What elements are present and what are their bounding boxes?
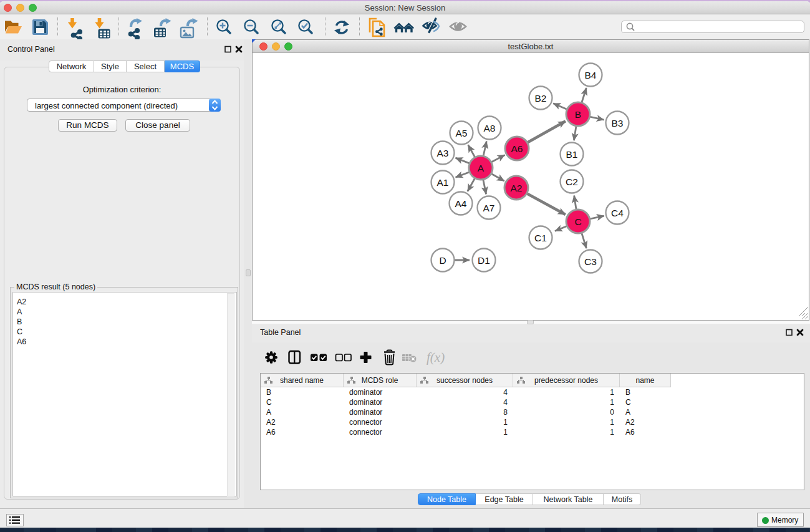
- svg-text:A7: A7: [483, 203, 495, 213]
- svg-text:C1: C1: [534, 233, 547, 243]
- svg-text:f(x): f(x): [427, 350, 445, 365]
- svg-text:A8: A8: [484, 123, 496, 133]
- svg-text:B3: B3: [612, 118, 624, 128]
- svg-text:B2: B2: [535, 93, 547, 104]
- svg-text:A2: A2: [511, 183, 523, 193]
- svg-text:C2: C2: [566, 177, 578, 187]
- svg-text:A5: A5: [456, 128, 468, 138]
- svg-text:A3: A3: [437, 148, 449, 158]
- svg-text:B: B: [575, 109, 581, 120]
- svg-text:C4: C4: [611, 208, 624, 218]
- svg-text:D1: D1: [478, 255, 490, 266]
- svg-text:A4: A4: [455, 198, 467, 209]
- svg-text:D: D: [439, 255, 446, 266]
- svg-text:C: C: [574, 216, 581, 227]
- svg-text:C3: C3: [584, 256, 597, 267]
- svg-text:A1: A1: [437, 177, 449, 188]
- svg-text:B1: B1: [566, 149, 578, 160]
- svg-text:A6: A6: [511, 143, 523, 154]
- svg-text:B4: B4: [585, 70, 597, 80]
- svg-text:A: A: [478, 163, 485, 173]
